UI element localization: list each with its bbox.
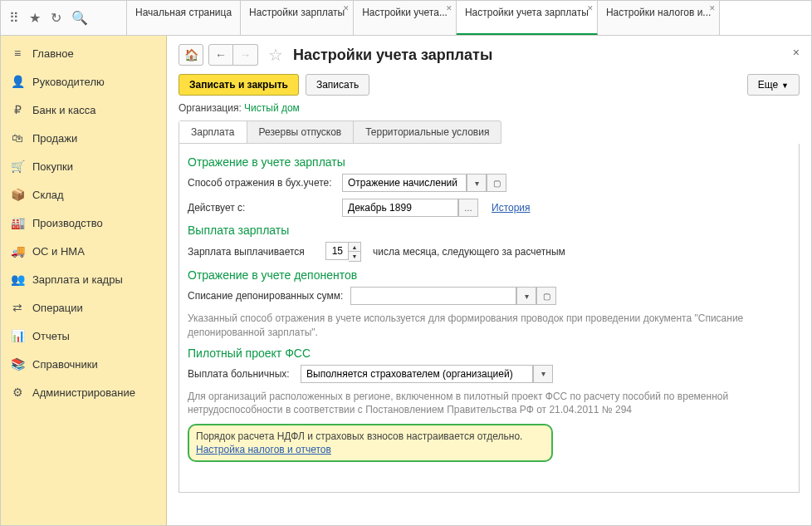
forward-button[interactable]: → (233, 44, 258, 66)
form-area: Отражение в учете зарплаты Способ отраже… (179, 144, 800, 493)
sidebar-icon: 👥 (11, 273, 24, 286)
history-link[interactable]: История (492, 202, 531, 214)
sidebar-item[interactable]: 🛒Покупки (1, 152, 166, 180)
section-title-2: Выплата зарплаты (188, 224, 790, 237)
tax-settings-link[interactable]: Настройка налогов и отчетов (196, 444, 331, 455)
top-tab[interactable]: Начальная страница (127, 1, 241, 35)
org-value: Чистый дом (244, 102, 300, 114)
sidebar-item[interactable]: ⚙Администрирование (1, 378, 166, 406)
back-button[interactable]: ← (208, 44, 233, 66)
sidebar: ≡Главное👤Руководителю₽Банк и касса🛍Прода… (1, 36, 167, 526)
tab-close-icon[interactable]: ✕ (446, 4, 452, 12)
page-title: Настройки учета зарплаты (293, 47, 492, 64)
tab-close-icon[interactable]: ✕ (587, 4, 594, 12)
sidebar-label: Справочники (32, 358, 98, 371)
deposit-writeoff-label: Списание депонированных сумм: (188, 290, 345, 302)
dropdown-icon[interactable]: ▾ (516, 287, 536, 305)
dropdown-icon[interactable]: ▾ (467, 174, 487, 192)
sidebar-label: ОС и НМА (32, 245, 85, 258)
sidebar-label: Производство (32, 217, 103, 229)
inner-tab[interactable]: Резервы отпусков (247, 121, 355, 143)
sidebar-icon: ⇄ (11, 301, 24, 314)
section-title-1: Отражение в учете зарплаты (188, 155, 790, 169)
inner-tabs: ЗарплатаРезервы отпусковТерриториальные … (179, 120, 501, 144)
sidebar-label: Главное (32, 47, 74, 60)
deposit-writeoff-input[interactable] (350, 287, 516, 305)
dropdown-icon[interactable]: ▾ (533, 365, 553, 383)
sidebar-item[interactable]: 👤Руководителю (1, 67, 166, 96)
content-area: × 🏠 ← → ☆ Настройки учета зарплаты Запис… (167, 36, 811, 526)
top-tab[interactable]: Настройки учета зарплаты✕ (457, 1, 598, 35)
payday-label-b: числа месяца, следующего за расчетным (373, 246, 565, 258)
save-close-button[interactable]: Записать и закрыть (179, 74, 299, 96)
inner-tab[interactable]: Территориальные условия (354, 121, 501, 143)
sidebar-label: Продажи (32, 132, 77, 145)
reflect-method-input[interactable] (342, 174, 467, 192)
tab-close-icon[interactable]: ✕ (709, 4, 716, 12)
sidebar-icon: 📊 (11, 329, 24, 342)
history-icon[interactable]: ↻ (51, 10, 61, 26)
sidebar-label: Операции (32, 302, 83, 314)
valid-from-label: Действует с: (188, 202, 337, 214)
sidebar-item[interactable]: 🚚ОС и НМА (1, 237, 166, 265)
apps-icon[interactable]: ⠿ (9, 10, 19, 26)
top-tab[interactable]: Настройки зарплаты✕ (241, 1, 354, 35)
sidebar-icon: 📚 (11, 357, 24, 371)
sidebar-label: Руководителю (32, 76, 105, 88)
valid-from-input[interactable] (342, 199, 458, 217)
sidebar-icon: 📦 (11, 188, 24, 201)
open-ref-icon[interactable]: ▢ (536, 287, 556, 305)
more-button[interactable]: Еще▼ (747, 74, 800, 96)
spinner[interactable]: ▲▼ (349, 242, 361, 262)
inner-tab[interactable]: Зарплата (179, 121, 247, 143)
sidebar-icon: 👤 (11, 75, 24, 88)
sidebar-item[interactable]: ≡Главное (1, 39, 166, 67)
sidebar-icon: ≡ (11, 47, 24, 60)
sidebar-label: Отчеты (32, 330, 70, 342)
sidebar-label: Банк и касса (32, 104, 96, 116)
sidebar-label: Администрирование (32, 386, 135, 399)
deposit-help-text: Указанный способ отражения в учете испол… (188, 312, 790, 340)
top-tab[interactable]: Настройки учета...✕ (354, 1, 457, 35)
save-button[interactable]: Записать (306, 74, 369, 96)
sidebar-item[interactable]: 📚Справочники (1, 350, 166, 378)
top-icon-bar: ⠿ ★ ↻ 🔍 (1, 1, 127, 35)
close-icon[interactable]: × (793, 46, 800, 59)
sidebar-item[interactable]: 👥Зарплата и кадры (1, 265, 166, 293)
highlight-text: Порядок расчета НДФЛ и страховых взносов… (196, 430, 545, 442)
open-ref-icon[interactable]: ▢ (487, 174, 506, 192)
fss-help-text: Для организаций расположенных в регионе,… (188, 390, 790, 418)
home-button[interactable]: 🏠 (179, 44, 203, 66)
sidebar-item[interactable]: 🛍Продажи (1, 124, 166, 152)
highlight-box: Порядок расчета НДФЛ и страховых взносов… (188, 424, 553, 462)
sidebar-icon: 🛍 (11, 131, 24, 145)
search-icon[interactable]: 🔍 (71, 10, 88, 26)
tab-bar: Начальная страницаНастройки зарплаты✕Нас… (127, 1, 811, 35)
sidebar-label: Покупки (32, 160, 73, 173)
ellipsis-icon[interactable]: … (458, 199, 478, 217)
sidebar-icon: 🏭 (11, 216, 24, 229)
payday-input[interactable] (325, 242, 349, 260)
sickpay-select[interactable] (301, 365, 533, 383)
sidebar-icon: ₽ (11, 103, 24, 116)
org-label: Организация: (179, 102, 242, 114)
reflect-method-label: Способ отражения в бух.учете: (188, 177, 337, 189)
tab-close-icon[interactable]: ✕ (343, 4, 350, 12)
sidebar-item[interactable]: 📊Отчеты (1, 322, 166, 350)
sidebar-item[interactable]: 📦Склад (1, 180, 166, 209)
top-tab[interactable]: Настройки налогов и...✕ (598, 1, 721, 35)
sidebar-label: Склад (32, 189, 64, 201)
sidebar-label: Зарплата и кадры (32, 273, 123, 286)
sickpay-label: Выплата больничных: (188, 368, 296, 380)
org-line: Организация: Чистый дом (179, 102, 800, 114)
payday-label-a: Зарплата выплачивается (188, 246, 320, 258)
section-title-3: Отражение в учете депонентов (188, 268, 790, 282)
sidebar-item[interactable]: ⇄Операции (1, 293, 166, 322)
favorite-star-icon[interactable]: ☆ (268, 45, 283, 65)
sidebar-icon: 🚚 (11, 244, 24, 258)
star-icon[interactable]: ★ (29, 10, 41, 26)
sidebar-item[interactable]: 🏭Производство (1, 209, 166, 237)
sidebar-item[interactable]: ₽Банк и касса (1, 96, 166, 124)
sidebar-icon: ⚙ (11, 386, 24, 399)
section-title-4: Пилотный проект ФСС (188, 347, 790, 360)
